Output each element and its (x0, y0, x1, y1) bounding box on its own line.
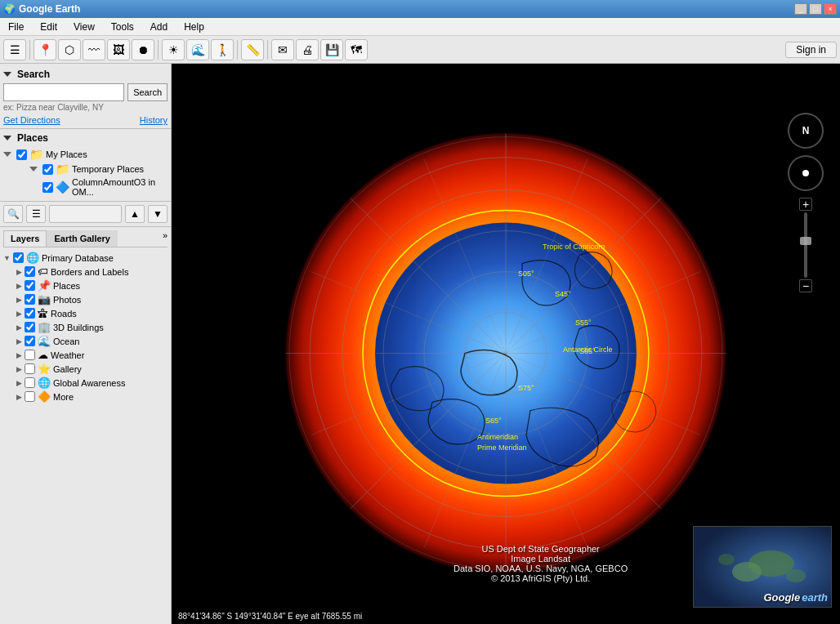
roads-label: Roads (51, 309, 77, 319)
places-temporary[interactable]: 📁 Temporary Places (3, 162, 168, 176)
weather-checkbox[interactable] (25, 350, 35, 360)
gallery-expand-icon: ▶ (16, 365, 22, 373)
antarctic-label: Antarctic Circle (563, 345, 613, 354)
menu-add[interactable]: Add (145, 20, 172, 34)
email-button[interactable]: ✉ (271, 39, 294, 60)
svg-point-21 (718, 554, 735, 565)
layer-borders[interactable]: ▶ 🏷 Borders and Labels (3, 265, 168, 279)
s65-2-label: S65° (485, 417, 502, 425)
toolbar-separator4 (267, 40, 268, 60)
get-directions-link[interactable]: Get Directions (3, 115, 60, 125)
more-checkbox[interactable] (25, 391, 35, 402)
ocean-button[interactable]: 🌊 (186, 39, 209, 60)
close-button[interactable]: × (824, 3, 837, 15)
save-image-button[interactable]: 💾 (320, 39, 343, 60)
places-layer-checkbox[interactable] (25, 280, 35, 291)
temporary-places-checkbox[interactable] (42, 164, 53, 175)
gallery-icon: ⭐ (38, 363, 51, 375)
zoom-out-button[interactable]: − (799, 279, 812, 292)
primary-db-expand-icon: ▼ (3, 254, 11, 262)
sunlight-button[interactable]: ☀ (162, 39, 185, 60)
places-expand-icon: ▶ (16, 282, 22, 290)
layer-photos[interactable]: ▶ 📷 Photos (3, 292, 168, 306)
attribution-line3: Data SIO, NOAA, U.S. Navy, NGA, GEBCO (454, 564, 628, 573)
menu-bar: File Edit View Tools Add Help (0, 18, 840, 36)
minimize-button[interactable]: _ (794, 3, 807, 15)
move-up-button[interactable]: ▲ (125, 205, 145, 223)
layer-3d-buildings[interactable]: ▶ 🏢 3D Buildings (3, 320, 168, 334)
earth-text: earth (802, 591, 828, 604)
places-section: Places 📁 My Places 📁 Temporary Places 🔷 … (0, 129, 171, 202)
layer-gallery[interactable]: ▶ ⭐ Gallery (3, 362, 168, 376)
main-toolbar: ☰ 📍 ⬡ 〰 🖼 ⏺ ☀ 🌊 🚶 📏 ✉ 🖨 💾 🗺 Sign in (0, 36, 840, 64)
print-button[interactable]: 🖨 (296, 39, 319, 60)
streetview-button[interactable]: 🚶 (211, 39, 234, 60)
menu-file[interactable]: File (3, 20, 29, 34)
menu-help[interactable]: Help (179, 20, 209, 34)
layers-expand-button[interactable]: » (163, 230, 168, 247)
list-view-button[interactable]: ☰ (26, 205, 46, 223)
ocean-checkbox[interactable] (25, 336, 35, 346)
look-joystick[interactable] (788, 155, 824, 191)
north-indicator[interactable]: N (788, 113, 824, 149)
primary-database-checkbox[interactable] (13, 252, 24, 263)
global-checkbox[interactable] (25, 377, 35, 388)
search-input[interactable] (3, 83, 124, 101)
polygon-button[interactable]: ⬡ (58, 39, 81, 60)
buildings-icon: 🏢 (38, 321, 51, 333)
tab-layers[interactable]: Layers (3, 230, 47, 247)
layer-roads[interactable]: ▶ 🛣 Roads (3, 306, 168, 320)
maximize-button[interactable]: □ (809, 3, 822, 15)
borders-checkbox[interactable] (25, 266, 35, 277)
photos-checkbox[interactable] (25, 294, 35, 305)
global-label: Global Awareness (53, 378, 125, 388)
tab-earth-gallery[interactable]: Earth Gallery (47, 230, 117, 247)
ruler-button[interactable]: 📏 (241, 39, 264, 60)
coordinates-status: 88°41'34.86" S 149°31'40.84" E eye alt 7… (178, 612, 362, 621)
toolbar-separator2 (158, 40, 159, 60)
attribution-line2: Image Landsat (454, 554, 628, 564)
zoom-track[interactable] (804, 212, 807, 278)
path-button[interactable]: 〰 (83, 39, 105, 60)
global-icon: 🌐 (38, 377, 51, 389)
places-header[interactable]: Places (3, 132, 168, 147)
blank-button[interactable] (49, 205, 122, 223)
layer-places[interactable]: ▶ 📌 Places (3, 279, 168, 292)
record-tour-button[interactable]: ⏺ (132, 39, 154, 60)
primary-database-icon: 🌐 (26, 252, 39, 264)
map-area[interactable]: Tropic of Capricorn S05° S45° S55° S65° … (172, 64, 840, 624)
places-layer-label: Places (53, 281, 80, 291)
svg-point-20 (786, 569, 806, 582)
search-header[interactable]: Search (3, 67, 168, 83)
gallery-checkbox[interactable] (25, 363, 35, 374)
menu-edit[interactable]: Edit (35, 20, 62, 34)
search-places-button[interactable]: 🔍 (3, 205, 23, 223)
column-amount-checkbox[interactable] (42, 182, 53, 193)
my-places-checkbox[interactable] (16, 149, 27, 160)
places-column-amount[interactable]: 🔷 ColumnAmountO3 in OM... (3, 176, 168, 198)
titlebar-controls[interactable]: _ □ × (794, 3, 837, 15)
layer-global-awareness[interactable]: ▶ 🌐 Global Awareness (3, 376, 168, 390)
layer-ocean[interactable]: ▶ 🌊 Ocean (3, 334, 168, 348)
places-collapse-icon (3, 136, 11, 140)
sidebar-toggle-button[interactable]: ☰ (3, 39, 26, 60)
buildings-checkbox[interactable] (25, 322, 35, 332)
layer-primary-database[interactable]: ▼ 🌐 Primary Database (3, 251, 168, 265)
overlay-button[interactable]: 🖼 (107, 39, 130, 60)
roads-checkbox[interactable] (25, 308, 35, 319)
layer-more[interactable]: ▶ 🔶 More (3, 390, 168, 403)
layer-weather[interactable]: ▶ ☁ Weather (3, 348, 168, 362)
zoom-handle[interactable] (800, 237, 811, 245)
move-down-button[interactable]: ▼ (148, 205, 168, 223)
antimeridian-label: Antimeridian (477, 433, 518, 441)
places-my-places[interactable]: 📁 My Places (3, 147, 168, 162)
menu-view[interactable]: View (69, 20, 100, 34)
web-button[interactable]: 🗺 (345, 39, 368, 60)
signin-button[interactable]: Sign in (785, 42, 837, 58)
search-links: Get Directions History (3, 114, 168, 125)
placemark-button[interactable]: 📍 (34, 39, 56, 60)
history-link[interactable]: History (140, 115, 168, 125)
zoom-in-button[interactable]: + (799, 198, 812, 211)
menu-tools[interactable]: Tools (106, 20, 139, 34)
search-button[interactable]: Search (127, 83, 168, 101)
